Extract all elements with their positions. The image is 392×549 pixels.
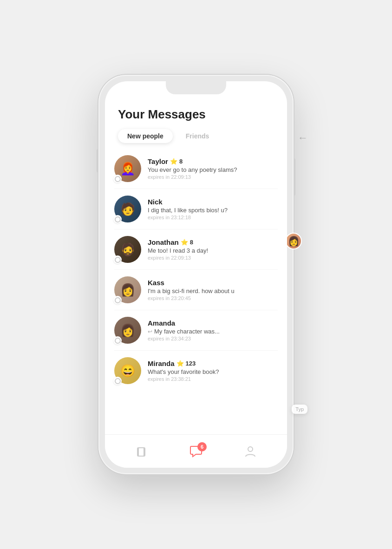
floating-avatar: 👩: [285, 233, 302, 249]
contact-name-amanda: Amanda: [148, 319, 175, 327]
app-content: Your Messages New people Friends: [105, 81, 287, 468]
timer-badge-miranda: [113, 377, 122, 385]
page-title: Your Messages: [118, 107, 274, 122]
timer-badge-jonathan: [113, 255, 122, 264]
contact-name-kass: Kass: [148, 279, 164, 287]
star-count-jonathan: 8: [190, 239, 193, 246]
message-body-amanda: Amanda ↩ My fave character was... expire…: [148, 319, 278, 341]
contact-name-miranda: Miranda: [148, 359, 175, 367]
message-item-taylor[interactable]: 👩‍🦰 Taylor ⭐ 8: [114, 149, 278, 189]
reply-arrow-icon: ↩: [148, 328, 152, 335]
cards-icon: [136, 446, 147, 457]
avatar-wrap-nick: 🧑: [114, 196, 141, 222]
message-body-jonathan: Jonathan ⭐ 8 Me too! I read 3 a day! exp…: [148, 238, 278, 261]
message-body-nick: Nick I dig that, I like sports bios! u? …: [148, 198, 278, 220]
messages-header: Your Messages New people Friends: [105, 96, 287, 149]
tab-bar-cards[interactable]: [130, 441, 153, 462]
phone-notch: [166, 81, 226, 94]
message-preview-kass: I'm a big sci-fi nerd. how about u: [148, 288, 278, 294]
avatar-wrap-miranda: 😄: [114, 357, 141, 384]
star-count-miranda: 123: [186, 360, 196, 367]
name-row-taylor: Taylor ⭐ 8: [148, 157, 278, 165]
tab-bar: 6: [105, 434, 287, 468]
tab-bar-profile[interactable]: [239, 441, 262, 462]
message-item-amanda[interactable]: 👩 Amanda ↩ My fave: [114, 310, 278, 351]
tab-new-people[interactable]: New people: [118, 129, 173, 143]
star-icon-taylor: ⭐: [170, 158, 177, 165]
contact-name-nick: Nick: [148, 198, 163, 206]
profile-icon: [245, 445, 256, 458]
back-button[interactable]: ←: [295, 131, 310, 145]
timer-badge-amanda: [113, 336, 122, 345]
name-row-nick: Nick: [148, 198, 278, 206]
contact-name-jonathan: Jonathan: [148, 238, 179, 246]
avatar-wrap-kass: 👩: [114, 276, 141, 303]
messages-list: 👩‍🦰 Taylor ⭐ 8: [105, 149, 287, 434]
timer-badge-kass: [113, 296, 122, 304]
name-row-amanda: Amanda: [148, 319, 278, 327]
phone-screen: Your Messages New people Friends: [105, 81, 287, 468]
star-icon-miranda: ⭐: [176, 360, 184, 367]
message-item-miranda[interactable]: 😄 Miranda ⭐ 123: [114, 351, 278, 391]
message-preview-nick: I dig that, I like sports bios! u?: [148, 207, 278, 214]
star-icon-jonathan: ⭐: [181, 239, 188, 246]
name-row-miranda: Miranda ⭐ 123: [148, 359, 278, 367]
message-preview-amanda: ↩ My fave character was...: [148, 328, 278, 335]
name-row-jonathan: Jonathan ⭐ 8: [148, 238, 278, 246]
tab-friends[interactable]: Friends: [176, 129, 219, 143]
message-item-kass[interactable]: 👩 Kass I'm a big sci-fi nerd. how: [114, 270, 278, 310]
message-body-taylor: Taylor ⭐ 8 You ever go to any poetry sla…: [148, 157, 278, 180]
message-item-jonathan[interactable]: 🧔 Jonathan ⭐ 8: [114, 229, 278, 270]
timer-badge-taylor: [113, 175, 122, 183]
message-body-miranda: Miranda ⭐ 123 What's your favorite book?…: [148, 359, 278, 382]
contact-name-taylor: Taylor: [148, 157, 168, 165]
tab-bar-messages[interactable]: 6: [184, 441, 208, 462]
expires-nick: expires in 23:12:18: [148, 215, 278, 220]
avatar-wrap-jonathan: 🧔: [114, 236, 141, 263]
phone-wrapper: ← 👩 Typ Your Messages New people: [98, 75, 294, 474]
name-row-kass: Kass: [148, 279, 278, 287]
timer-badge-nick: [113, 215, 122, 223]
star-count-taylor: 8: [179, 158, 183, 165]
tab-group: New people Friends: [118, 129, 274, 143]
phone-frame: ← 👩 Typ Your Messages New people: [98, 75, 294, 474]
avatar-wrap-amanda: 👩: [114, 317, 141, 344]
messages-badge: 6: [197, 442, 207, 451]
message-preview-jonathan: Me too! I read 3 a day!: [148, 247, 278, 254]
expires-kass: expires in 23:20:45: [148, 295, 278, 301]
expires-amanda: expires in 23:34:23: [148, 336, 278, 341]
floating-type-hint: Typ: [292, 405, 307, 414]
message-preview-miranda: What's your favorite book?: [148, 368, 278, 375]
expires-miranda: expires in 23:38:21: [148, 376, 278, 382]
message-preview-taylor: You ever go to any poetry slams?: [148, 166, 278, 173]
expires-taylor: expires in 22:09:13: [148, 174, 278, 180]
message-item-nick[interactable]: 🧑 Nick I dig that, I like sports b: [114, 189, 278, 229]
avatar-wrap-taylor: 👩‍🦰: [114, 155, 141, 182]
svg-point-2: [248, 447, 253, 451]
expires-jonathan: expires in 22:09:13: [148, 255, 278, 261]
message-body-kass: Kass I'm a big sci-fi nerd. how about u …: [148, 279, 278, 301]
